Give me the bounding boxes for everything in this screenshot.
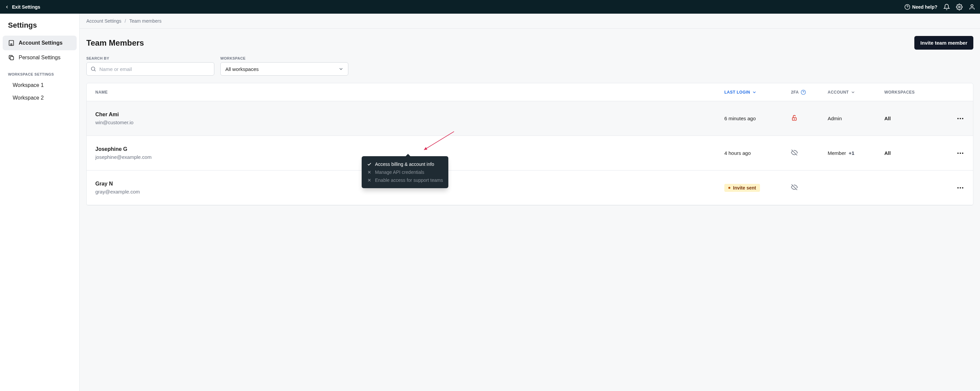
- eye-off-icon: [791, 149, 798, 156]
- sidebar-label-personal: Personal Settings: [19, 55, 60, 61]
- svg-point-2: [959, 6, 960, 8]
- breadcrumb: Account Settings / Team members: [80, 14, 980, 28]
- col-name: NAME: [95, 90, 724, 95]
- svg-point-28: [960, 187, 961, 188]
- breadcrumb-leaf: Team members: [129, 18, 161, 24]
- search-input[interactable]: [86, 62, 214, 76]
- more-horizontal-icon[interactable]: [956, 115, 964, 123]
- sidebar-label-account: Account Settings: [19, 40, 63, 46]
- svg-point-19: [957, 118, 959, 119]
- svg-point-27: [957, 187, 959, 188]
- col-workspaces: WORKSPACES: [885, 90, 941, 95]
- dot-icon: [728, 187, 730, 189]
- table-header: NAME LAST LOGIN 2FA ACCOUNT WORKSPACES: [87, 83, 973, 101]
- svg-point-20: [960, 118, 961, 119]
- chevron-down-icon: [851, 90, 855, 95]
- col-2fa-label: 2FA: [791, 90, 799, 95]
- need-help-label: Need help?: [912, 4, 937, 9]
- sidebar-item-personal-settings[interactable]: Personal Settings: [3, 50, 77, 65]
- sidebar-item-workspace-2[interactable]: Workspace 2: [3, 92, 77, 104]
- account-role: Admin: [828, 116, 842, 121]
- topbar: Exit Settings Need help?: [0, 0, 980, 14]
- tooltip-line-3: Enable access for support teams: [375, 177, 443, 183]
- last-login-value: 4 hours ago: [724, 150, 791, 156]
- account-extra-count[interactable]: +1: [849, 150, 854, 156]
- search-label: SEARCH BY: [86, 56, 214, 60]
- tooltip-line-2: Manage API credentials: [375, 169, 424, 175]
- svg-rect-11: [11, 44, 12, 46]
- member-email: win@customer.io: [95, 120, 724, 125]
- notifications-button[interactable]: [943, 4, 950, 10]
- member-name: Cher Ami: [95, 112, 724, 117]
- sidebar-item-workspace-1[interactable]: Workspace 1: [3, 79, 77, 92]
- workspace-selected-value: All workspaces: [225, 66, 259, 72]
- invite-sent-label: Invite sent: [733, 185, 756, 190]
- member-name: Josephine G: [95, 146, 724, 152]
- table-row[interactable]: Josephine G josephine@example.com 4 hour…: [87, 136, 973, 171]
- exit-settings-link[interactable]: Exit Settings: [5, 4, 40, 9]
- help-circle-icon: [904, 4, 910, 10]
- svg-rect-12: [10, 57, 14, 60]
- last-login-value: 6 minutes ago: [724, 116, 791, 121]
- invite-team-member-button[interactable]: Invite team member: [914, 36, 973, 50]
- col-last-login-label: LAST LOGIN: [724, 90, 750, 95]
- svg-point-29: [962, 187, 963, 188]
- sidebar-item-account-settings[interactable]: Account Settings: [3, 36, 77, 50]
- col-2fa: 2FA: [791, 90, 828, 95]
- workspaces-value: All: [885, 116, 941, 121]
- account-role: Member: [828, 150, 846, 156]
- svg-rect-4: [9, 41, 13, 46]
- building-icon: [8, 40, 15, 46]
- svg-point-25: [962, 152, 963, 154]
- svg-line-14: [94, 70, 95, 71]
- workspace-select[interactable]: All workspaces: [220, 62, 348, 76]
- svg-point-24: [960, 152, 961, 154]
- sidebar-title: Settings: [3, 19, 77, 36]
- chevron-down-icon: [338, 66, 344, 71]
- exit-settings-label: Exit Settings: [12, 4, 40, 9]
- sidebar: Settings Account Settings Personal Setti…: [0, 14, 80, 391]
- invite-sent-pill: Invite sent: [724, 184, 760, 192]
- gear-icon: [956, 4, 963, 10]
- page-title: Team Members: [86, 38, 144, 47]
- team-members-table: NAME LAST LOGIN 2FA ACCOUNT WORKSPACES: [86, 83, 973, 206]
- eye-off-icon: [791, 184, 798, 190]
- unlock-icon: [791, 115, 798, 121]
- tooltip-line-1: Access billing & account info: [375, 161, 434, 167]
- chevron-down-icon: [752, 90, 757, 95]
- workspace-label: WORKSPACE: [220, 56, 348, 60]
- member-email: gray@example.com: [95, 189, 724, 195]
- breadcrumb-sep: /: [125, 18, 126, 24]
- svg-point-13: [91, 67, 95, 71]
- copy-icon: [8, 54, 15, 61]
- settings-gear-button[interactable]: [956, 4, 963, 10]
- col-account-label: ACCOUNT: [828, 90, 849, 95]
- more-horizontal-icon[interactable]: [956, 149, 964, 157]
- main: Account Settings / Team members Team Mem…: [80, 14, 980, 391]
- x-icon: [367, 170, 372, 174]
- workspaces-value: All: [885, 150, 941, 156]
- table-row[interactable]: Gray N gray@example.com Invite sent: [87, 171, 973, 205]
- svg-point-23: [957, 152, 959, 154]
- permissions-tooltip: Access billing & account info Manage API…: [362, 156, 448, 188]
- help-circle-icon[interactable]: [801, 90, 806, 95]
- svg-point-3: [971, 4, 973, 7]
- x-icon: [367, 178, 372, 182]
- table-row[interactable]: Cher Ami win@customer.io 6 minutes ago A…: [87, 101, 973, 136]
- svg-point-18: [794, 119, 795, 119]
- search-icon: [90, 66, 96, 72]
- sidebar-section-workspace: WORKSPACE SETTINGS: [3, 65, 77, 79]
- svg-point-21: [962, 118, 963, 119]
- chevron-left-icon: [5, 5, 10, 9]
- bell-icon: [943, 4, 950, 10]
- need-help-button[interactable]: Need help?: [904, 4, 937, 10]
- profile-button[interactable]: [969, 4, 975, 10]
- user-icon: [969, 4, 975, 10]
- col-account[interactable]: ACCOUNT: [828, 90, 885, 95]
- col-last-login[interactable]: LAST LOGIN: [724, 90, 791, 95]
- check-icon: [367, 162, 372, 166]
- breadcrumb-root[interactable]: Account Settings: [86, 18, 121, 24]
- more-horizontal-icon[interactable]: [956, 184, 964, 192]
